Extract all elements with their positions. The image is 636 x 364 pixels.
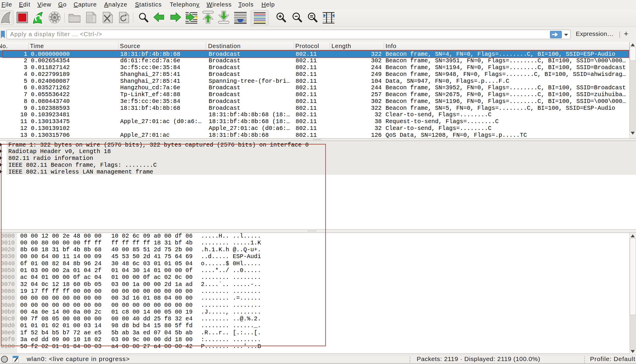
- svg-text:0101: 0101: [87, 15, 93, 17]
- svg-text:0110: 0110: [87, 17, 93, 20]
- svg-text:0111: 0111: [87, 20, 93, 23]
